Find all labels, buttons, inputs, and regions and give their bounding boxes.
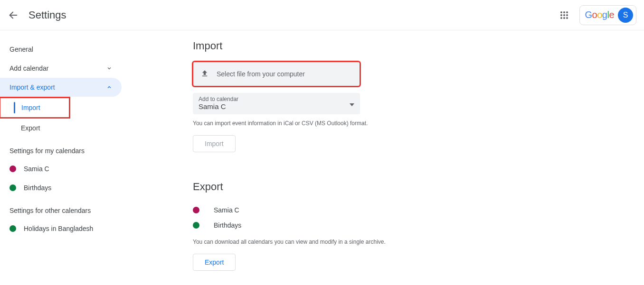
button-label: Export bbox=[205, 258, 224, 266]
export-cal-item: Samia C bbox=[193, 202, 573, 218]
cal-label: Birthdays bbox=[24, 184, 51, 192]
chevron-up-icon bbox=[106, 84, 112, 90]
dropdown-value: Samia C bbox=[199, 102, 354, 110]
avatar: S bbox=[618, 8, 633, 23]
import-hint: You can import event information in iCal… bbox=[193, 120, 573, 127]
export-cal-label: Samia C bbox=[214, 206, 239, 214]
export-heading: Export bbox=[193, 181, 573, 193]
my-cal-item[interactable]: Samia C bbox=[0, 159, 122, 178]
export-button[interactable]: Export bbox=[193, 254, 236, 271]
back-arrow-icon[interactable] bbox=[8, 9, 19, 21]
google-logo: Google bbox=[585, 9, 614, 20]
apps-grid-icon[interactable] bbox=[555, 6, 574, 25]
header-right: Google S bbox=[555, 5, 636, 25]
content-body: General Add calendar Import & export Imp… bbox=[0, 30, 644, 285]
highlight-box-import: Import bbox=[0, 97, 70, 119]
cal-label: Holidays in Bangladesh bbox=[24, 225, 93, 232]
sidebar: General Add calendar Import & export Imp… bbox=[0, 30, 122, 285]
import-section: Import Select file from your computer Ad… bbox=[193, 40, 573, 152]
svg-point-4 bbox=[560, 14, 562, 16]
color-dot bbox=[193, 207, 199, 213]
nav-add-calendar[interactable]: Add calendar bbox=[0, 59, 122, 78]
my-calendars-header: Settings for my calendars bbox=[0, 138, 122, 159]
select-file-label: Select file from your computer bbox=[217, 70, 305, 78]
svg-point-2 bbox=[563, 11, 565, 13]
cal-label: Samia C bbox=[24, 165, 49, 173]
export-cal-label: Birthdays bbox=[214, 221, 241, 229]
nav-import-export[interactable]: Import & export bbox=[0, 78, 122, 97]
nav-label: Import bbox=[21, 104, 40, 111]
color-dot bbox=[193, 222, 199, 229]
nav-import[interactable]: Import bbox=[0, 98, 69, 117]
nav-label: Import & export bbox=[9, 83, 55, 91]
add-to-calendar-dropdown[interactable]: Add to calendar Samia C bbox=[193, 93, 360, 114]
svg-point-8 bbox=[563, 17, 565, 19]
dropdown-label: Add to calendar bbox=[199, 96, 354, 102]
nav-general[interactable]: General bbox=[0, 40, 122, 59]
svg-point-1 bbox=[560, 11, 562, 13]
export-hint: You can download all calendars you can v… bbox=[193, 239, 573, 245]
account-button[interactable]: Google S bbox=[579, 5, 636, 25]
other-calendars-header: Settings for other calendars bbox=[0, 197, 122, 219]
import-button[interactable]: Import bbox=[193, 135, 236, 152]
nav-label: General bbox=[9, 46, 33, 53]
page-title: Settings bbox=[28, 9, 66, 21]
app-header: Settings Google S bbox=[0, 0, 644, 30]
upload-icon bbox=[200, 69, 209, 79]
color-dot bbox=[9, 225, 16, 232]
import-heading: Import bbox=[193, 40, 573, 52]
main-content: Import Select file from your computer Ad… bbox=[122, 30, 573, 285]
header-left: Settings bbox=[8, 9, 66, 21]
dropdown-arrow-icon bbox=[350, 100, 354, 108]
nav-label: Add calendar bbox=[9, 64, 49, 72]
button-label: Import bbox=[205, 140, 224, 147]
select-file-button[interactable]: Select file from your computer bbox=[193, 62, 360, 86]
other-cal-item[interactable]: Holidays in Bangladesh bbox=[0, 219, 122, 238]
export-section: Export Samia C Birthdays You can downloa… bbox=[193, 181, 573, 271]
svg-point-6 bbox=[566, 14, 568, 16]
export-cal-item: Birthdays bbox=[193, 218, 573, 233]
svg-point-9 bbox=[566, 17, 568, 19]
chevron-down-icon bbox=[106, 65, 112, 71]
color-dot bbox=[9, 184, 16, 191]
nav-export[interactable]: Export bbox=[0, 119, 122, 138]
color-dot bbox=[9, 165, 16, 172]
svg-point-5 bbox=[563, 14, 565, 16]
svg-point-3 bbox=[566, 11, 568, 13]
svg-point-7 bbox=[560, 17, 562, 19]
nav-label: Export bbox=[21, 124, 40, 132]
my-cal-item[interactable]: Birthdays bbox=[0, 178, 122, 197]
